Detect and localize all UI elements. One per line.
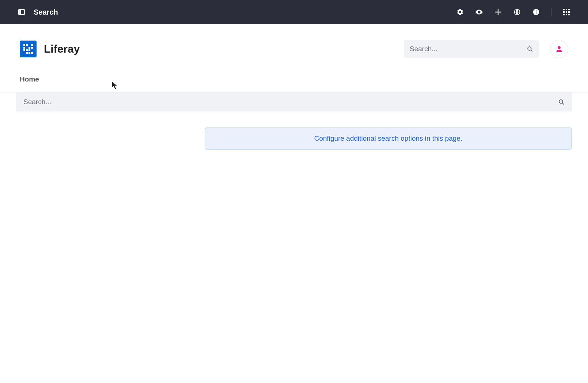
svg-point-30 — [558, 46, 561, 49]
svg-rect-18 — [31, 44, 33, 46]
svg-rect-19 — [23, 47, 25, 49]
brand-logo-icon — [20, 41, 37, 57]
admin-bar-right — [456, 7, 570, 17]
page-search-section — [0, 92, 588, 111]
nav-row: Home — [0, 63, 588, 92]
user-avatar[interactable] — [550, 40, 568, 58]
brand[interactable]: Liferay — [20, 41, 80, 57]
svg-rect-9 — [568, 9, 570, 10]
page-search[interactable] — [16, 92, 572, 111]
site-header: Liferay — [0, 24, 588, 63]
svg-rect-11 — [566, 11, 567, 13]
svg-line-29 — [531, 50, 532, 52]
svg-rect-26 — [29, 52, 30, 54]
plus-icon[interactable] — [494, 8, 502, 16]
svg-rect-25 — [26, 52, 28, 54]
nav-item-home[interactable]: Home — [20, 75, 39, 83]
svg-rect-14 — [566, 14, 567, 15]
svg-rect-5 — [536, 11, 536, 14]
svg-rect-6 — [536, 10, 536, 11]
page-search-input[interactable] — [23, 98, 558, 106]
configure-search-link[interactable]: Configure additional search options in t… — [314, 134, 463, 142]
svg-point-2 — [478, 11, 480, 13]
svg-point-31 — [559, 100, 563, 103]
info-icon[interactable] — [532, 8, 540, 16]
svg-rect-12 — [568, 11, 570, 13]
gear-icon[interactable] — [456, 8, 464, 16]
panel-toggle-icon[interactable] — [18, 8, 26, 16]
svg-rect-10 — [563, 11, 565, 13]
svg-point-28 — [528, 47, 531, 50]
svg-rect-16 — [23, 44, 25, 46]
search-icon[interactable] — [558, 99, 565, 105]
globe-icon[interactable] — [513, 8, 521, 16]
svg-rect-20 — [29, 47, 30, 49]
svg-line-32 — [562, 103, 564, 105]
admin-bar-title: Search — [34, 8, 58, 16]
eye-icon[interactable] — [475, 8, 483, 16]
svg-rect-1 — [19, 10, 21, 14]
svg-rect-22 — [23, 49, 25, 51]
svg-rect-13 — [563, 14, 565, 15]
admin-bar: Search — [0, 0, 588, 24]
brand-name: Liferay — [44, 43, 80, 55]
svg-rect-17 — [26, 44, 28, 46]
admin-bar-divider — [551, 7, 551, 17]
svg-rect-7 — [563, 9, 565, 10]
search-icon[interactable] — [527, 46, 533, 52]
svg-rect-8 — [566, 9, 567, 10]
header-search-input[interactable] — [410, 45, 527, 53]
header-search[interactable] — [404, 40, 539, 58]
admin-bar-left: Search — [18, 8, 58, 16]
svg-rect-24 — [29, 49, 30, 51]
configure-alert: Configure additional search options in t… — [205, 128, 572, 149]
svg-rect-23 — [26, 49, 28, 51]
svg-rect-21 — [31, 47, 33, 49]
grid-icon[interactable] — [562, 8, 570, 16]
svg-rect-27 — [31, 52, 33, 54]
svg-rect-15 — [568, 14, 570, 15]
site-header-right — [404, 40, 568, 58]
